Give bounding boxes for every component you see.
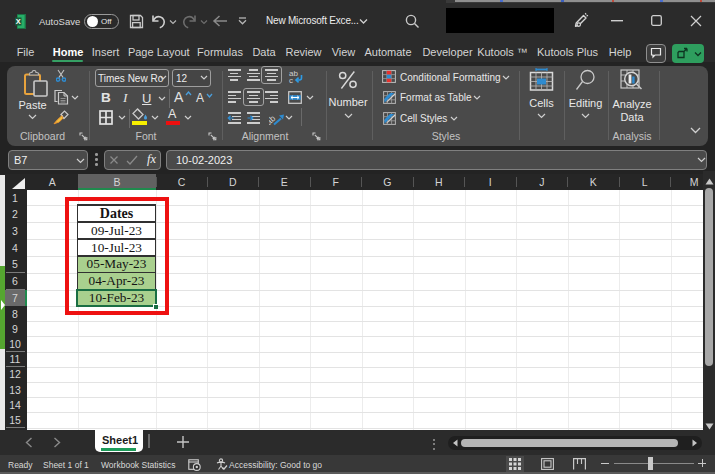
- svg-text:ab: ab: [269, 113, 278, 126]
- svg-text:X: X: [16, 17, 21, 26]
- svg-text:c: c: [289, 76, 293, 84]
